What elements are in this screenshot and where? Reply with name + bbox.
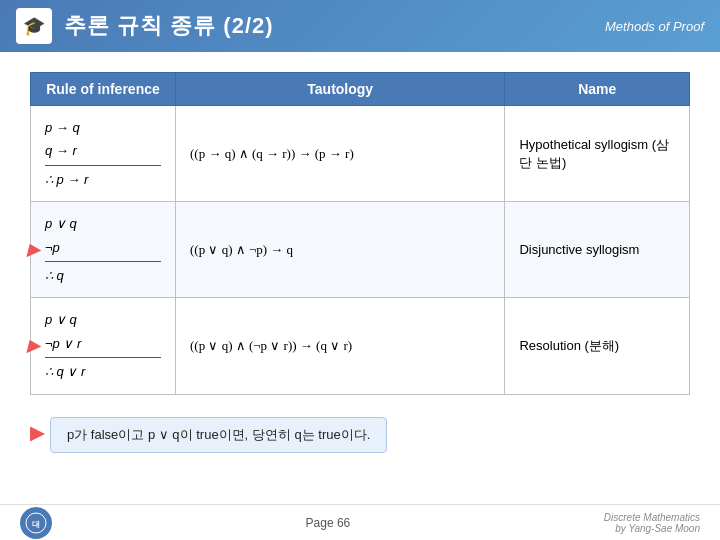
inference-table: Rule of inference Tautology Name p → qq …: [30, 72, 690, 395]
footer-credit: Discrete Mathematics by Yang-Sae Moon: [604, 512, 700, 534]
note-box: p가 false이고 p ∨ q이 true이면, 당연히 q는 true이다.: [50, 417, 387, 453]
credit-line2: by Yang-Sae Moon: [615, 523, 700, 534]
rule-cell: ▶p ∨ q¬p ∨ r∴ q ∨ r: [31, 298, 176, 394]
svg-text:대: 대: [32, 520, 40, 529]
table-row: p → qq → r∴ p → r((p → q) ∧ (q → r)) → (…: [31, 106, 690, 202]
name-cell: Resolution (분해): [505, 298, 690, 394]
main-content: Rule of inference Tautology Name p → qq …: [0, 52, 720, 473]
name-cell: Hypothetical syllogism (삼단 논법): [505, 106, 690, 202]
name-cell: Disjunctive syllogism: [505, 202, 690, 298]
page-header: 🎓 추론 규칙 종류 (2/2) Methods of Proof: [0, 0, 720, 52]
university-icon: 대: [25, 512, 47, 534]
tautology-cell: ((p ∨ q) ∧ ¬p) → q: [175, 202, 505, 298]
table-row: ▶p ∨ q¬p∴ q((p ∨ q) ∧ ¬p) → qDisjunctive…: [31, 202, 690, 298]
header-icon-symbol: 🎓: [23, 15, 45, 37]
rule-cell: ▶p ∨ q¬p∴ q: [31, 202, 176, 298]
table-row: ▶p ∨ q¬p ∨ r∴ q ∨ r((p ∨ q) ∧ (¬p ∨ r)) …: [31, 298, 690, 394]
col-header-rule: Rule of inference: [31, 73, 176, 106]
footer-page: Page 66: [306, 516, 351, 530]
header-icon: 🎓: [16, 8, 52, 44]
footer-logo: 대: [20, 507, 52, 539]
page-title: 추론 규칙 종류 (2/2): [64, 11, 274, 41]
tautology-cell: ((p → q) ∧ (q → r)) → (p → r): [175, 106, 505, 202]
tautology-cell: ((p ∨ q) ∧ (¬p ∨ r)) → (q ∨ r): [175, 298, 505, 394]
col-header-tautology: Tautology: [175, 73, 505, 106]
col-header-name: Name: [505, 73, 690, 106]
rule-cell: p → qq → r∴ p → r: [31, 106, 176, 202]
page-footer: 대 Page 66 Discrete Mathematics by Yang-S…: [0, 504, 720, 540]
credit-line1: Discrete Mathematics: [604, 512, 700, 523]
methods-proof-label: Methods of Proof: [605, 19, 704, 34]
table-header-row: Rule of inference Tautology Name: [31, 73, 690, 106]
